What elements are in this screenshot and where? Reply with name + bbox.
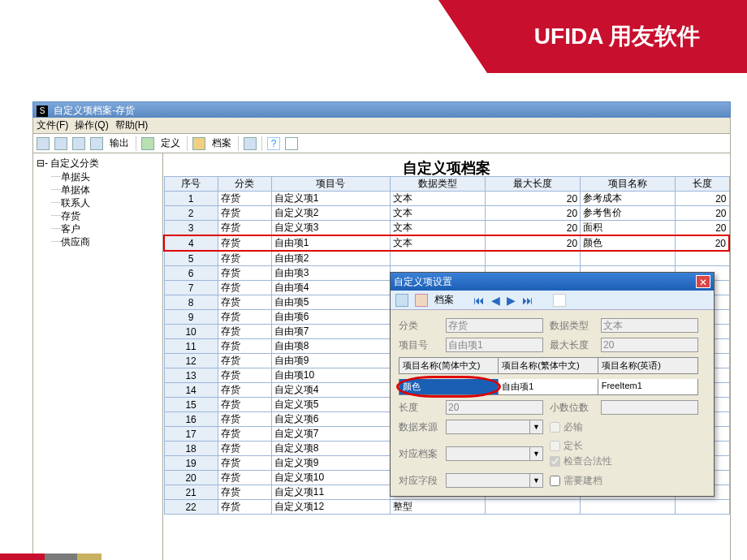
- cell[interactable]: 存货: [218, 412, 271, 427]
- cell[interactable]: 20: [676, 235, 729, 251]
- cell[interactable]: 20: [676, 192, 729, 206]
- cell[interactable]: 自定义项10: [271, 471, 390, 485]
- cell[interactable]: 自定义项11: [271, 485, 390, 500]
- cell[interactable]: 11: [164, 339, 218, 354]
- cell[interactable]: 21: [164, 485, 218, 500]
- cell[interactable]: 文本: [390, 192, 485, 206]
- table-row[interactable]: 1存货自定义项1文本20参考成本20: [164, 192, 729, 206]
- cell[interactable]: 9: [164, 310, 218, 325]
- name-zhtw-cell[interactable]: 自由项1: [499, 379, 598, 394]
- table-row[interactable]: 5存货自由项2: [164, 251, 729, 266]
- cell[interactable]: 自由项1: [271, 235, 390, 251]
- tree-item-4[interactable]: 客户: [37, 222, 159, 235]
- cell[interactable]: 存货: [218, 221, 271, 236]
- last-icon[interactable]: ⏭: [522, 294, 533, 307]
- cell[interactable]: 存货: [218, 456, 271, 471]
- cell[interactable]: 7: [164, 281, 218, 295]
- cell[interactable]: 自由项5: [271, 295, 390, 310]
- cell[interactable]: 自定义项7: [271, 427, 390, 442]
- refarchive-combo[interactable]: ▼: [446, 446, 543, 461]
- column-header[interactable]: 序号: [164, 177, 218, 192]
- cell[interactable]: 10: [164, 325, 218, 339]
- chevron-down-icon[interactable]: ▼: [530, 473, 543, 488]
- cell[interactable]: 6: [164, 266, 218, 281]
- cell[interactable]: 自定义项4: [271, 383, 390, 398]
- cell[interactable]: 3: [164, 221, 218, 236]
- archive-button[interactable]: 档案: [210, 136, 233, 150]
- cell[interactable]: [390, 251, 485, 266]
- export-button[interactable]: 输出: [108, 136, 131, 150]
- cell[interactable]: 4: [164, 235, 218, 251]
- tree-view[interactable]: 自定义分类 单据头单据体联系人存货客户供应商: [33, 153, 163, 560]
- cell[interactable]: 自由项8: [271, 339, 390, 354]
- name-zhcn-cell[interactable]: 颜色: [399, 379, 499, 394]
- cell[interactable]: 18: [164, 442, 218, 456]
- prev-icon[interactable]: ◀: [491, 294, 500, 307]
- tree-item-1[interactable]: 单据体: [37, 183, 159, 196]
- cell[interactable]: 自由项3: [271, 266, 390, 281]
- table-row[interactable]: 3存货自定义项3文本20面积20: [164, 221, 729, 236]
- cell[interactable]: 自定义项9: [271, 456, 390, 471]
- cell[interactable]: 20: [485, 206, 580, 221]
- cell[interactable]: 自定义项5: [271, 398, 390, 412]
- cell[interactable]: 16: [164, 412, 218, 427]
- next-icon[interactable]: ▶: [507, 294, 516, 307]
- cell[interactable]: 存货: [218, 235, 271, 251]
- cell[interactable]: 文本: [390, 235, 485, 251]
- check-validate[interactable]: 检查合法性: [550, 454, 698, 468]
- column-header[interactable]: 最大长度: [485, 177, 580, 192]
- column-header[interactable]: 数据类型: [390, 177, 485, 192]
- tree-item-5[interactable]: 供应商: [37, 235, 159, 248]
- cell[interactable]: 存货: [218, 206, 271, 221]
- column-header[interactable]: 长度: [676, 177, 729, 192]
- cell[interactable]: [676, 500, 729, 515]
- column-header[interactable]: 项目号: [271, 177, 390, 192]
- cell[interactable]: 存货: [218, 295, 271, 310]
- close-icon[interactable]: ✕: [696, 275, 710, 288]
- menu-file[interactable]: 文件(F): [37, 118, 68, 132]
- tree-item-2[interactable]: 联系人: [37, 196, 159, 209]
- cell[interactable]: 14: [164, 383, 218, 398]
- name-value-row[interactable]: 颜色 自由项1 FreeItem1: [399, 379, 698, 395]
- cell[interactable]: 20: [485, 221, 580, 236]
- cell[interactable]: 自定义项1: [271, 192, 390, 206]
- check-fixedlen[interactable]: 定长: [550, 439, 698, 453]
- cell[interactable]: 参考成本: [581, 192, 676, 206]
- archive-icon[interactable]: [192, 137, 205, 150]
- cell[interactable]: 20: [485, 192, 580, 206]
- cell[interactable]: 存货: [218, 339, 271, 354]
- settings-icon[interactable]: [90, 137, 103, 150]
- cell[interactable]: 存货: [218, 251, 271, 266]
- cell[interactable]: 存货: [218, 471, 271, 485]
- datasource-combo[interactable]: ▼: [446, 420, 543, 434]
- cell[interactable]: 12: [164, 354, 218, 368]
- cell[interactable]: 文本: [390, 221, 485, 236]
- first-icon[interactable]: ⏮: [473, 294, 485, 307]
- menu-help[interactable]: 帮助(H): [115, 118, 149, 132]
- cell[interactable]: 整型: [390, 500, 485, 515]
- help-icon[interactable]: ?: [267, 137, 280, 150]
- cell[interactable]: 存货: [218, 281, 271, 295]
- cell[interactable]: 存货: [218, 368, 271, 383]
- chevron-down-icon[interactable]: ▼: [530, 446, 543, 461]
- cell[interactable]: 20: [676, 206, 729, 221]
- cell[interactable]: 自定义项12: [271, 500, 390, 515]
- cell[interactable]: 1: [164, 192, 218, 206]
- column-header[interactable]: 项目名称: [581, 177, 676, 192]
- cell[interactable]: 5: [164, 251, 218, 266]
- cell[interactable]: [581, 500, 676, 515]
- cell[interactable]: 19: [164, 456, 218, 471]
- column-header[interactable]: 分类: [218, 177, 271, 192]
- cell[interactable]: 存货: [218, 427, 271, 442]
- check-needarchive[interactable]: 需要建档: [550, 474, 698, 488]
- cell[interactable]: 参考售价: [581, 206, 676, 221]
- print-icon[interactable]: [54, 137, 67, 150]
- exit-dialog-icon[interactable]: [553, 294, 566, 307]
- cell[interactable]: [676, 251, 729, 266]
- exit-icon[interactable]: [285, 137, 298, 150]
- cell[interactable]: 13: [164, 368, 218, 383]
- cell[interactable]: 自定义项3: [271, 221, 390, 236]
- cell[interactable]: 存货: [218, 383, 271, 398]
- cell[interactable]: 15: [164, 398, 218, 412]
- cell[interactable]: 自由项4: [271, 281, 390, 295]
